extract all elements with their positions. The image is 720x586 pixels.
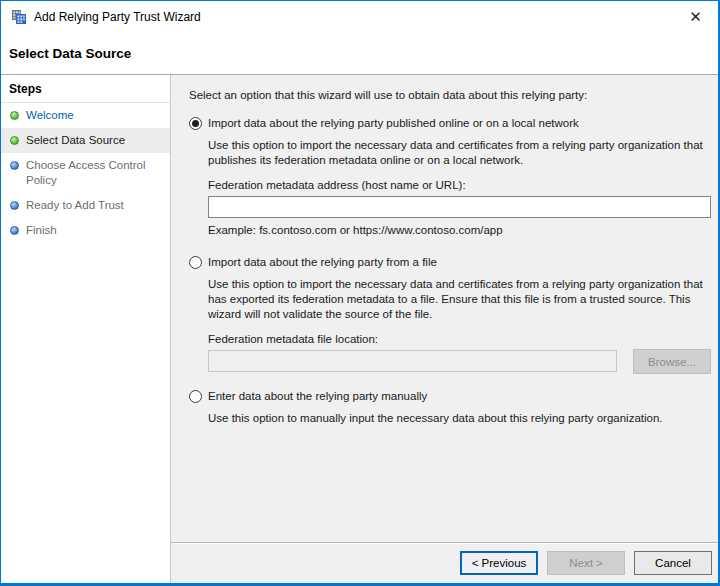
wizard-app-icon [11,9,27,25]
radio-selected-icon[interactable] [189,117,202,130]
steps-heading: Steps [1,75,170,103]
main-panel: Select an option that this wizard will u… [171,75,718,583]
steps-panel: Steps Welcome Select Data Source Choose … [1,75,171,583]
radio-unselected-icon[interactable] [189,256,202,269]
metadata-file-location-label: Federation metadata file location: [208,332,711,347]
radio-enter-manually[interactable]: Enter data about the relying party manua… [189,389,711,404]
federation-metadata-address-input[interactable] [208,196,711,218]
step-done-bullet-icon [10,111,19,120]
cancel-button[interactable]: Cancel [634,551,712,575]
title-bar: Add Relying Party Trust Wizard ✕ [1,1,718,33]
window-title: Add Relying Party Trust Wizard [34,10,673,24]
wizard-window: Add Relying Party Trust Wizard ✕ Select … [0,0,720,586]
page-header: Select Data Source [1,33,718,74]
step-item-choose-access-control-policy: Choose Access Control Policy [1,153,170,193]
option-description: Use this option to import the necessary … [208,277,708,322]
federation-metadata-file-input [208,350,617,372]
step-item-welcome: Welcome [1,103,170,128]
step-done-bullet-icon [10,136,19,145]
step-item-finish: Finish [1,218,170,243]
radio-unselected-icon[interactable] [189,390,202,403]
step-todo-bullet-icon [10,226,19,235]
radio-import-online[interactable]: Import data about the relying party publ… [189,116,711,131]
browse-button: Browse... [633,349,711,374]
close-icon[interactable]: ✕ [673,1,718,33]
option-description: Use this option to import the necessary … [208,138,708,168]
instruction-text: Select an option that this wizard will u… [189,88,711,103]
wizard-button-bar: < Previous Next > Cancel [171,542,718,583]
step-todo-bullet-icon [10,161,19,170]
option-description: Use this option to manually input the ne… [208,411,708,426]
option-enter-manually: Enter data about the relying party manua… [189,389,711,426]
radio-import-file[interactable]: Import data about the relying party from… [189,255,711,270]
next-button: Next > [547,551,625,575]
example-text: Example: fs.contoso.com or https://www.c… [208,223,711,238]
option-import-file: Import data about the relying party from… [189,255,711,374]
metadata-address-label: Federation metadata address (host name o… [208,178,711,193]
step-item-ready-to-add-trust: Ready to Add Trust [1,193,170,218]
previous-button[interactable]: < Previous [460,551,538,575]
option-import-online: Import data about the relying party publ… [189,116,711,238]
page-title: Select Data Source [9,46,131,61]
step-todo-bullet-icon [10,201,19,210]
step-item-select-data-source: Select Data Source [1,128,170,153]
